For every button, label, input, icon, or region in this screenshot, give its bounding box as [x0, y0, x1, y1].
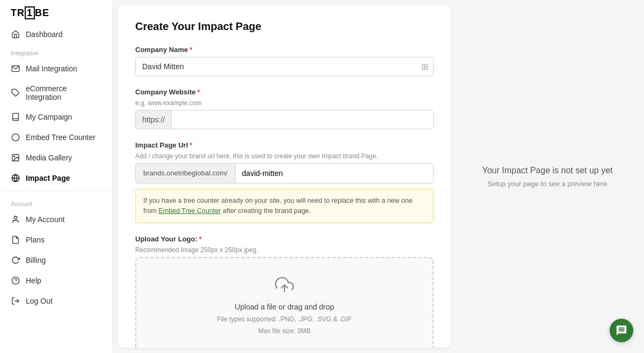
- company-name-label: Company Name *: [135, 46, 434, 54]
- tag-icon: [11, 88, 20, 98]
- required-asterisk-3: *: [189, 141, 192, 149]
- required-asterisk-2: *: [197, 88, 200, 96]
- sidebar-item-impact-label: Impact Page: [26, 174, 70, 182]
- embed-tree-counter-link[interactable]: Embed Tree Counter: [158, 207, 221, 215]
- page-title: Create Your Impact Page: [135, 20, 434, 33]
- sidebar-item-myaccount-label: My Account: [26, 215, 64, 224]
- impact-page-url-group: Impact Page Url * Add / change your bran…: [135, 141, 434, 223]
- company-website-group: Company Website * e.g. www.example.com h…: [135, 88, 434, 129]
- svg-point-4: [14, 156, 15, 157]
- warning-box: If you have a tree counter already on yo…: [135, 189, 434, 223]
- upload-types-text: File types supported: .PNG, .JPG, .SVG &…: [217, 315, 352, 323]
- required-asterisk-4: *: [199, 235, 202, 243]
- impact-page-url-row: brands.onetribeglobal.com/: [135, 163, 434, 183]
- account-section-label: Account: [0, 195, 112, 209]
- person-icon: [11, 215, 20, 224]
- company-website-input[interactable]: [172, 111, 433, 129]
- sidebar-item-mail-label: Mail Integration: [26, 64, 77, 73]
- sidebar-item-embed-label: Embed Tree Counter: [26, 133, 96, 142]
- help-icon: [11, 276, 20, 285]
- impact-page-url-input[interactable]: [236, 164, 433, 183]
- sidebar-item-plans-label: Plans: [26, 236, 45, 244]
- sidebar-item-logout-label: Log Out: [26, 297, 53, 305]
- envelope-icon: [11, 64, 20, 73]
- house-icon: [11, 30, 20, 39]
- company-name-input[interactable]: [135, 57, 434, 76]
- door-icon: [11, 296, 20, 306]
- sidebar-item-impact-page[interactable]: Impact Page: [0, 168, 112, 188]
- upload-area[interactable]: Upload a file or drag and drop File type…: [135, 257, 434, 348]
- sidebar-item-my-account[interactable]: My Account: [0, 209, 112, 230]
- equalizer-icon: ⊞: [421, 62, 428, 72]
- company-name-input-wrapper: ⊞: [135, 57, 434, 76]
- sidebar-item-ecommerce-label: eCommerce Integration: [26, 84, 101, 101]
- company-name-group: Company Name * ⊞: [135, 46, 434, 76]
- logo: TR1BE: [0, 0, 112, 24]
- sidebar-item-mail-integration[interactable]: Mail Integration: [0, 58, 112, 79]
- circle-icon: [11, 133, 20, 142]
- preview-panel: Your Impact Page is not set up yet Setup…: [451, 0, 644, 353]
- sidebar-item-billing-label: Billing: [26, 256, 46, 264]
- sidebar: TR1BE Dashboard Integration Mail Integra…: [0, 0, 113, 353]
- required-asterisk: *: [189, 46, 192, 54]
- sidebar-divider: [0, 192, 112, 192]
- sidebar-item-embed-tree-counter[interactable]: Embed Tree Counter: [0, 127, 112, 148]
- company-website-label: Company Website *: [135, 88, 434, 96]
- sidebar-item-help-label: Help: [26, 276, 41, 285]
- url-prefix: brands.onetribeglobal.com/: [136, 164, 236, 183]
- sidebar-item-my-campaign[interactable]: My Campaign: [0, 107, 112, 127]
- upload-max-size-text: Max file size: 3MB: [258, 327, 310, 335]
- sidebar-item-help[interactable]: Help: [0, 270, 112, 291]
- impact-page-url-hint: Add / change your brand url here, this i…: [135, 152, 434, 160]
- sidebar-item-ecommerce[interactable]: eCommerce Integration: [0, 79, 112, 107]
- company-website-input-row: https://: [135, 110, 434, 129]
- upload-main-text: Upload a file or drag and drop: [235, 303, 334, 311]
- sidebar-item-plans[interactable]: Plans: [0, 230, 112, 250]
- website-prefix: https://: [136, 111, 172, 129]
- svg-point-2: [12, 134, 19, 141]
- plans-icon: [11, 235, 20, 245]
- book-icon: [11, 112, 20, 122]
- form-panel: Create Your Impact Page Company Name * ⊞…: [118, 5, 451, 348]
- impact-page-url-label: Impact Page Url *: [135, 141, 434, 149]
- integration-section-label: Integration: [0, 45, 112, 58]
- preview-subtitle: Setup your page to see a preview here: [487, 180, 607, 188]
- billing-icon: [11, 255, 20, 265]
- chat-bubble[interactable]: [610, 319, 633, 342]
- sidebar-item-media-gallery[interactable]: Media Gallery: [0, 148, 112, 168]
- sidebar-item-logout[interactable]: Log Out: [0, 291, 112, 311]
- upload-logo-hint: Recommended Image 250px x 250px jpeg.: [135, 246, 434, 254]
- upload-icon: [275, 275, 294, 298]
- sidebar-item-dashboard-label: Dashboard: [26, 30, 63, 39]
- upload-logo-label: Upload Your Logo: *: [135, 235, 434, 243]
- main-content: Create Your Impact Page Company Name * ⊞…: [113, 0, 644, 353]
- upload-logo-group: Upload Your Logo: * Recommended Image 25…: [135, 235, 434, 348]
- company-website-hint: e.g. www.example.com: [135, 99, 434, 107]
- globe-icon: [11, 173, 20, 183]
- sidebar-item-campaign-label: My Campaign: [26, 113, 72, 121]
- svg-point-7: [14, 216, 17, 219]
- preview-title: Your Impact Page is not set up yet: [482, 166, 612, 175]
- image-icon: [11, 153, 20, 163]
- sidebar-item-billing[interactable]: Billing: [0, 250, 112, 270]
- sidebar-item-media-label: Media Gallery: [26, 153, 72, 162]
- sidebar-item-dashboard[interactable]: Dashboard: [0, 24, 112, 45]
